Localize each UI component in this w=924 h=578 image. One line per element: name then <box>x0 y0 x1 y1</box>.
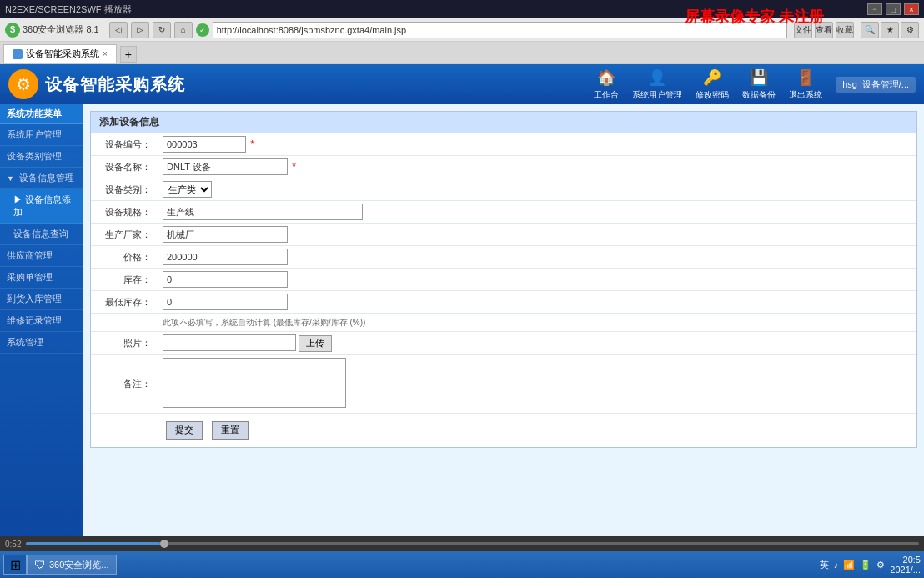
sidebar-label-sys-user: 系统用户管理 <box>7 129 62 139</box>
browser-taskbar-label: 360安全浏览... <box>49 559 109 571</box>
media-progress-bar[interactable] <box>26 542 919 545</box>
back-button[interactable]: ◁ <box>109 22 128 38</box>
menu-fav[interactable]: 收藏 <box>836 22 854 38</box>
close-button[interactable]: × <box>904 3 919 15</box>
home-button[interactable]: ⌂ <box>174 22 193 38</box>
clock-date: 2021/... <box>890 565 921 575</box>
main-layout: 系统功能菜单 系统用户管理 设备类别管理 ▼ 设备信息管理 ▶ 设备信息添加 设… <box>0 104 924 552</box>
app-header: ⚙ 设备智能采购系统 🏠 工作台 👤 系统用户管理 🔑 修改密码 💾 数据备份 … <box>0 64 924 104</box>
sidebar-item-warehousing[interactable]: 到货入库管理 <box>0 289 83 310</box>
sidebar-item-maintenance[interactable]: 维修记录管理 <box>0 310 83 332</box>
forward-button[interactable]: ▷ <box>131 22 149 38</box>
exit-icon: 🚪 <box>796 68 816 88</box>
label-photo: 照片： <box>91 332 158 355</box>
users-icon: 👤 <box>647 68 667 88</box>
select-equip-category[interactable]: 生产类 办公类 其他 <box>163 181 212 198</box>
media-progress-thumb[interactable] <box>160 540 168 548</box>
clock-time: 20:5 <box>890 555 921 565</box>
sidebar-label-equip-query: 设备信息查询 <box>13 229 68 239</box>
upload-button[interactable]: 上传 <box>299 335 332 352</box>
sidebar-item-supplier[interactable]: 供应商管理 <box>0 245 83 267</box>
form-row-min-stock-hint: 此项不必填写，系统自动计算 (最低库存/采购/库存 (%)) <box>91 314 916 332</box>
tray-sound: ♪ <box>834 560 839 570</box>
toolbar-backup[interactable]: 💾 数据备份 <box>742 68 776 101</box>
password-icon: 🔑 <box>702 68 722 88</box>
form-table: 设备编号： * 设备名称： * 设备类别： <box>91 133 916 447</box>
sidebar-item-sys-user[interactable]: 系统用户管理 <box>0 124 83 146</box>
sidebar-label-supplier: 供应商管理 <box>7 250 53 260</box>
textarea-remark[interactable] <box>163 358 346 408</box>
input-stock[interactable] <box>163 271 288 288</box>
browser-name: 360安全浏览器 8.1 <box>23 23 99 36</box>
maximize-button[interactable]: □ <box>886 3 901 15</box>
sidebar-item-equip-query[interactable]: 设备信息查询 <box>0 224 83 245</box>
input-equip-spec[interactable] <box>163 204 363 220</box>
zoom-button[interactable]: 🔍 <box>861 22 879 38</box>
sidebar-item-equip-info[interactable]: ▼ 设备信息管理 <box>0 168 83 189</box>
toolbar-exit[interactable]: 🚪 退出系统 <box>789 68 822 101</box>
security-icon: ✓ <box>196 23 209 37</box>
input-equip-name[interactable] <box>163 158 288 175</box>
value-equip-spec <box>158 201 916 224</box>
tab-close-button[interactable]: × <box>103 49 108 58</box>
reset-button[interactable]: 重置 <box>212 421 249 440</box>
toolbar-users[interactable]: 👤 系统用户管理 <box>632 68 682 101</box>
tray-settings: ⚙ <box>876 560 885 570</box>
input-equip-no[interactable] <box>163 136 246 153</box>
sidebar-item-purchase[interactable]: 采购单管理 <box>0 267 83 289</box>
label-min-stock: 最低库存： <box>91 291 158 314</box>
browser-tab-main[interactable]: 设备智能采购系统 × <box>3 44 117 63</box>
sidebar-item-equip-type[interactable]: 设备类别管理 <box>0 146 83 168</box>
app-toolbar: 🏠 工作台 👤 系统用户管理 🔑 修改密码 💾 数据备份 🚪 退出系统 <box>594 68 822 101</box>
sidebar: 系统功能菜单 系统用户管理 设备类别管理 ▼ 设备信息管理 ▶ 设备信息添加 设… <box>0 104 83 552</box>
value-photo: 上传 <box>158 332 916 355</box>
tray-lang: 英 <box>820 559 829 571</box>
form-row-remark: 备注： <box>91 354 916 413</box>
title-bar-controls[interactable]: － □ × <box>867 3 919 15</box>
submit-button[interactable]: 提交 <box>166 421 203 440</box>
workbench-icon: 🏠 <box>596 68 616 88</box>
label-remark: 备注： <box>91 354 158 413</box>
start-button[interactable]: ⊞ <box>3 555 27 575</box>
sidebar-item-system[interactable]: 系统管理 <box>0 332 83 354</box>
sidebar-label-warehousing: 到货入库管理 <box>7 294 62 304</box>
sidebar-item-equip-add[interactable]: ▶ 设备信息添加 <box>0 189 83 224</box>
settings-button[interactable]: ⚙ <box>901 22 919 38</box>
media-progress-fill <box>26 542 160 545</box>
sidebar-header: 系统功能菜单 <box>0 104 83 124</box>
star-button[interactable]: ★ <box>881 22 899 38</box>
watermark: 屏幕录像专家 未注册 <box>685 7 824 27</box>
form-row-price: 价格： <box>91 246 916 269</box>
input-min-stock[interactable] <box>163 294 288 310</box>
toolbar-workbench[interactable]: 🏠 工作台 <box>594 68 619 101</box>
value-remark <box>158 354 916 413</box>
form-row-min-stock: 最低库存： <box>91 291 916 314</box>
expand-arrow-equip-info: ▼ <box>7 174 14 183</box>
media-bar: 0:52 <box>0 536 924 551</box>
toolbar-password[interactable]: 🔑 修改密码 <box>696 68 729 101</box>
taskbar-item-browser[interactable]: 🛡 360安全浏览... <box>27 555 117 575</box>
app-title: 设备智能采购系统 <box>45 73 185 96</box>
label-manufacturer: 生产厂家： <box>91 224 158 246</box>
minimize-button[interactable]: － <box>867 3 882 15</box>
browser-logo: S <box>5 23 20 38</box>
backup-icon: 💾 <box>749 68 769 88</box>
password-label: 修改密码 <box>696 89 729 101</box>
value-manufacturer <box>158 224 916 246</box>
exit-label: 退出系统 <box>789 89 822 101</box>
tab-favicon <box>13 49 23 59</box>
input-price[interactable] <box>163 249 288 265</box>
form-section: 添加设备信息 设备编号： * 设备名称： * <box>90 111 917 448</box>
new-tab-button[interactable]: + <box>120 46 137 63</box>
input-photo-path[interactable] <box>163 334 296 351</box>
value-equip-name: * <box>158 156 916 178</box>
input-manufacturer[interactable] <box>163 226 288 243</box>
label-price: 价格： <box>91 246 158 269</box>
label-equip-no: 设备编号： <box>91 133 158 156</box>
sidebar-label-equip-info: 设备信息管理 <box>19 173 74 183</box>
tab-label: 设备智能采购系统 <box>26 48 99 60</box>
form-row-stock: 库存： <box>91 269 916 291</box>
label-buttons <box>91 413 158 447</box>
refresh-button[interactable]: ↻ <box>153 22 171 38</box>
value-price <box>158 246 916 269</box>
